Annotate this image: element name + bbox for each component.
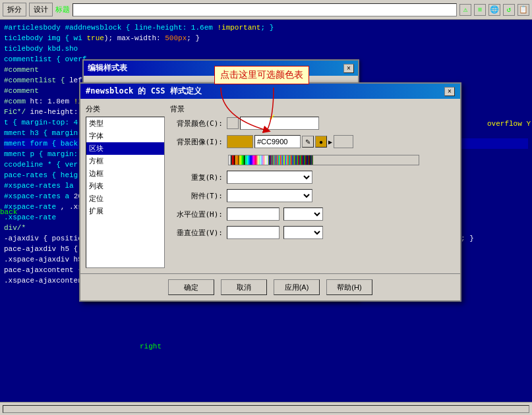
color-input-group [227, 117, 319, 130]
category-extend[interactable]: 扩展 [86, 205, 164, 217]
warning-icon: ⚠ [459, 4, 471, 16]
v-position-select[interactable] [283, 226, 323, 239]
edit-style-close[interactable]: × [343, 64, 354, 73]
newsblock-title: #newsblock 的 CSS 样式定义 [86, 86, 202, 97]
design-button[interactable]: 设计 [29, 3, 53, 16]
right-label: right [140, 343, 162, 350]
repeat-label: 重复(R): [170, 173, 223, 182]
clipboard-icon: 📋 [517, 4, 529, 16]
code-line: ticlebody img { wi true); max-width: 500… [4, 33, 528, 43]
orange-swatch[interactable] [227, 135, 253, 148]
category-position[interactable]: 定位 [86, 192, 164, 205]
title-input[interactable] [73, 3, 457, 16]
h-position-row: 水平位置(H): [170, 208, 455, 221]
code-line: #articlesbody #addnewsblock { line-heigh… [4, 22, 528, 33]
hex-input[interactable] [254, 135, 301, 148]
code-line: ticlebody kbd.sho [4, 43, 528, 54]
category-block[interactable]: 区块 [86, 142, 164, 155]
h-position-input[interactable] [227, 208, 280, 221]
refresh-icon: ↺ [503, 4, 515, 16]
category-border[interactable]: 边框 [86, 167, 164, 180]
apply-button[interactable]: 应用(A) [274, 279, 320, 295]
overflow-y-label: overflow Y [486, 119, 532, 129]
cancel-button[interactable]: 取消 [221, 279, 267, 295]
title-label: 标题 [55, 5, 70, 14]
category-font[interactable]: 字体 [86, 130, 164, 142]
bg-panel: 背景 背景颜色(C): 背景图像(I): ✎ ● ▶ [170, 104, 455, 268]
bg-color-label: 背景颜色(C): [170, 119, 223, 128]
globe-icon: 🌐 [488, 4, 500, 16]
edit-style-title: 编辑样式表 [88, 63, 127, 74]
bg-color-input[interactable] [240, 117, 319, 130]
edit-style-titlebar: 编辑样式表 × [84, 61, 358, 76]
attachment-label: 附件(T): [170, 191, 223, 201]
category-label: 分类 [86, 104, 165, 114]
attachment-row: 附件(T): [170, 189, 455, 202]
menu-icon: ≡ [474, 4, 486, 16]
newsblock-titlebar: #newsblock 的 CSS 样式定义 × [80, 84, 460, 99]
attachment-select[interactable] [227, 189, 312, 202]
bg-image-label: 背景图像(I): [170, 137, 223, 147]
h-position-label: 水平位置(H): [170, 209, 223, 219]
color-extend [334, 135, 353, 148]
color-swatch[interactable] [227, 117, 239, 129]
status-bar [0, 402, 532, 415]
help-button[interactable]: 帮助(H) [326, 279, 372, 295]
bg-image-row: 背景图像(I): ✎ ● ▶ [170, 135, 455, 148]
repeat-row: 重复(R): [170, 171, 455, 184]
repeat-select[interactable] [227, 171, 312, 184]
bg-color-row: 背景颜色(C): [170, 117, 455, 130]
color-picker-row: ✎ ● ▶ [227, 135, 353, 148]
back-label: back [0, 208, 17, 216]
h-position-select[interactable] [283, 208, 323, 221]
bg-label: 背景 [170, 104, 455, 114]
color-cell[interactable] [312, 155, 313, 165]
color-pick-btn[interactable]: ● [315, 136, 327, 148]
category-list[interactable]: 列表 [86, 180, 164, 192]
color-edit-btn[interactable]: ✎ [302, 136, 314, 148]
ok-button[interactable]: 确定 [168, 279, 214, 295]
scrollbar[interactable] [3, 405, 529, 413]
newsblock-body: 分类 类型 字体 区块 方框 边框 列表 定位 扩展 背景 背景颜色(C): [80, 99, 460, 273]
split-button[interactable]: 拆分 [3, 3, 26, 16]
editor-toolbar: 拆分 设计 标题 ⚠ ≡ 🌐 ↺ 📋 [0, 0, 532, 20]
category-list[interactable]: 类型 字体 区块 方框 边框 列表 定位 扩展 [86, 117, 165, 268]
newsblock-close[interactable]: × [444, 87, 455, 96]
v-position-row: 垂直位置(V): [170, 226, 455, 239]
category-panel: 分类 类型 字体 区块 方框 边框 列表 定位 扩展 [86, 104, 165, 268]
category-box[interactable]: 方框 [86, 155, 164, 167]
color-grid [228, 155, 419, 165]
v-position-input[interactable] [227, 226, 280, 239]
category-type[interactable]: 类型 [86, 117, 164, 130]
dialog-footer: 确定 取消 应用(A) 帮助(H) [80, 273, 460, 300]
color-grid-wrapper: ✓ [228, 153, 455, 167]
newsblock-dialog[interactable]: #newsblock 的 CSS 样式定义 × 分类 类型 字体 区块 方框 边… [79, 82, 461, 302]
v-position-label: 垂直位置(V): [170, 228, 223, 238]
color-dropdown-arrow[interactable]: ▶ [328, 138, 332, 146]
